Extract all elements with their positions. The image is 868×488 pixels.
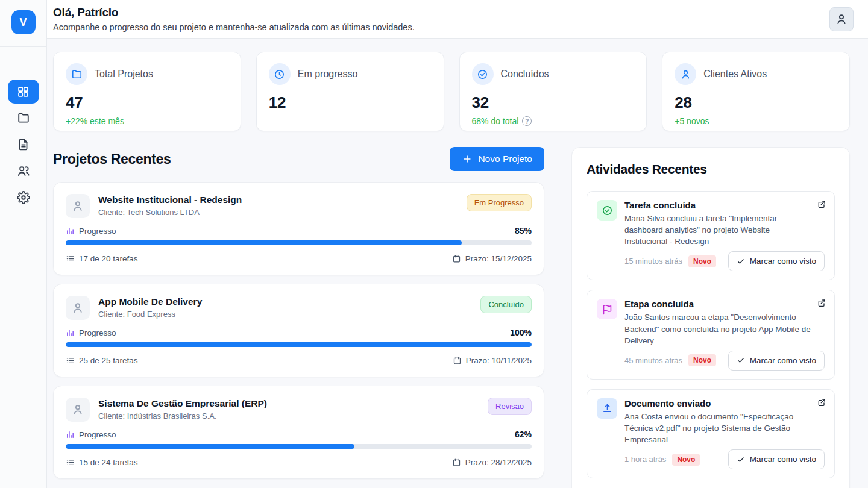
- project-title: Website Institucional - Redesign: [98, 195, 458, 205]
- stat-label: Total Projetos: [95, 69, 153, 80]
- help-icon[interactable]: ?: [522, 116, 532, 126]
- app-logo: V: [11, 10, 36, 34]
- tasks-count: 25 de 25 tarefas: [79, 356, 138, 365]
- mark-seen-label: Marcar como visto: [750, 257, 816, 266]
- deadline: Prazo: 15/12/2025: [465, 254, 532, 263]
- check-circle-icon: [597, 200, 617, 221]
- stat-subtext: +5 novos: [675, 116, 837, 126]
- activity-title: Tarefa concluída: [624, 200, 825, 210]
- sidebar-item-clients[interactable]: [8, 159, 39, 183]
- plus-icon: [462, 154, 473, 164]
- project-client: Cliente: Tech Solutions LTDA: [98, 208, 458, 217]
- deadline: Prazo: 28/12/2025: [465, 458, 532, 467]
- stat-value: 12: [269, 93, 432, 112]
- stat-value: 32: [472, 93, 635, 112]
- activity-item: Tarefa concluída Maria Silva concluiu a …: [587, 191, 835, 280]
- new-badge: Novo: [688, 255, 716, 267]
- activity-title: Documento enviado: [624, 398, 825, 408]
- project-title: App Mobile De Delivery: [98, 296, 472, 307]
- greeting-subtitle: Acompanhe o progresso do seu projeto e m…: [53, 22, 854, 32]
- progress-percent: 100%: [510, 328, 532, 337]
- progress-percent: 85%: [515, 226, 532, 236]
- external-link-icon[interactable]: [817, 298, 826, 308]
- bar-chart-icon: [66, 227, 75, 236]
- mark-seen-label: Marcar como visto: [750, 356, 816, 365]
- project-client: Cliente: Indústrias Brasileiras S.A.: [98, 411, 479, 421]
- main-content: Total Projetos 47 +22% este mês Em progr…: [47, 0, 868, 488]
- stat-subtext: 68% do total ?: [472, 116, 635, 126]
- bar-chart-icon: [66, 328, 75, 337]
- check-icon: [737, 356, 745, 364]
- projects-section-title: Projetos Recentes: [53, 151, 171, 167]
- calendar-icon: [452, 458, 461, 467]
- sidebar-item-dashboard[interactable]: [8, 80, 39, 104]
- project-title: Sistema De Gestão Empresarial (ERP): [98, 398, 479, 409]
- project-avatar: [66, 194, 90, 218]
- new-project-button[interactable]: Novo Projeto: [450, 147, 544, 171]
- sidebar-item-documents[interactable]: [8, 133, 39, 157]
- activity-description: João Santos marcou a etapa "Desenvolvime…: [624, 311, 825, 346]
- stat-card-total-projects: Total Projetos 47 +22% este mês: [53, 52, 241, 131]
- project-avatar: [66, 296, 90, 320]
- sidebar: V: [0, 0, 47, 488]
- progress-bar: [66, 240, 532, 245]
- projects-section: Projetos Recentes Novo Projeto Website I…: [53, 147, 544, 487]
- user-icon: [71, 403, 84, 416]
- stats-row: Total Projetos 47 +22% este mês Em progr…: [53, 52, 850, 131]
- check-icon: [737, 455, 745, 464]
- activities-title: Atividades Recentes: [587, 162, 835, 177]
- project-avatar: [66, 398, 90, 422]
- activity-item: Etapa concluída João Santos marcou a eta…: [587, 290, 835, 379]
- deadline: Prazo: 10/11/2025: [466, 356, 532, 365]
- activity-description: Maria Silva concluiu a tarefa "Implement…: [624, 213, 825, 247]
- page-header: Olá, Patrício Acompanhe o progresso do s…: [47, 0, 868, 39]
- users-icon: [17, 164, 30, 178]
- status-badge: Em Progresso: [467, 194, 532, 211]
- user-icon: [71, 199, 84, 213]
- mark-seen-button[interactable]: Marcar como visto: [728, 449, 825, 469]
- upload-icon: [597, 398, 617, 419]
- external-link-icon[interactable]: [817, 199, 826, 209]
- sidebar-nav: [0, 47, 46, 210]
- folder-icon: [66, 63, 87, 85]
- new-badge: Novo: [672, 454, 700, 466]
- project-card[interactable]: App Mobile De Delivery Cliente: Food Exp…: [53, 284, 544, 377]
- stat-label: Em progresso: [298, 69, 358, 80]
- calendar-icon: [452, 254, 461, 263]
- sidebar-logo-area: V: [0, 0, 46, 47]
- flag-icon: [597, 299, 617, 319]
- activity-time: 1 hora atrás: [624, 455, 666, 464]
- stat-subtext: +22% este mês: [66, 116, 228, 126]
- progress-bar: [66, 444, 532, 449]
- stat-subtext-label: 68% do total: [472, 116, 519, 126]
- user-avatar-button[interactable]: [829, 7, 854, 31]
- user-icon: [835, 13, 848, 26]
- sidebar-item-settings[interactable]: [8, 186, 39, 210]
- stat-card-active-clients: Clientes Ativos 28 +5 novos: [662, 52, 850, 131]
- stat-value: 47: [66, 93, 228, 112]
- greeting-title: Olá, Patrício: [53, 6, 854, 19]
- calendar-icon: [453, 356, 462, 365]
- external-link-icon[interactable]: [817, 398, 826, 407]
- clock-icon: [269, 63, 291, 85]
- stat-label: Concluídos: [501, 69, 549, 80]
- project-client: Cliente: Food Express: [98, 310, 472, 319]
- stat-card-in-progress: Em progresso 12: [256, 52, 444, 131]
- user-icon: [675, 63, 696, 85]
- project-card[interactable]: Website Institucional - Redesign Cliente…: [53, 182, 544, 275]
- user-icon: [71, 301, 84, 314]
- grid-icon: [17, 86, 30, 98]
- check-icon: [737, 257, 745, 266]
- activity-item: Documento enviado Ana Costa enviou o doc…: [587, 389, 835, 478]
- document-icon: [17, 138, 30, 151]
- activity-description: Ana Costa enviou o documento "Especifica…: [624, 411, 825, 445]
- progress-percent: 62%: [515, 430, 532, 439]
- progress-bar: [66, 342, 532, 347]
- activity-time: 45 minutos atrás: [624, 356, 682, 365]
- new-project-button-label: Novo Projeto: [478, 154, 532, 164]
- sidebar-item-projects[interactable]: [8, 106, 39, 130]
- mark-seen-button[interactable]: Marcar como visto: [728, 351, 825, 371]
- project-card[interactable]: Sistema De Gestão Empresarial (ERP) Clie…: [53, 386, 544, 479]
- mark-seen-button[interactable]: Marcar como visto: [728, 251, 825, 271]
- stat-card-completed: Concluídos 32 68% do total ?: [459, 52, 647, 131]
